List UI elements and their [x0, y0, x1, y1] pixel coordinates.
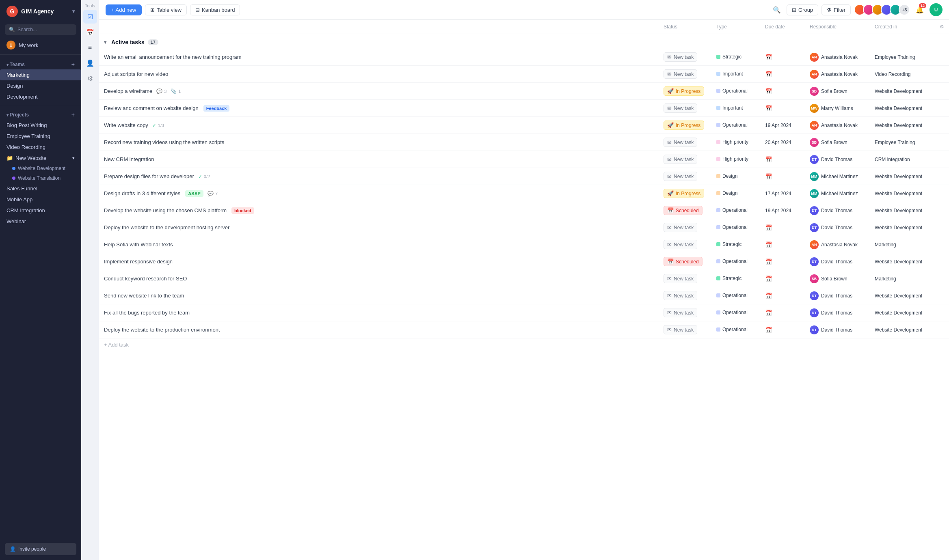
- task-type-cell[interactable]: Operational: [711, 117, 760, 134]
- checklist-icon[interactable]: ☑: [83, 10, 97, 24]
- task-type-cell[interactable]: Important: [711, 100, 760, 117]
- add-task-row[interactable]: + Add task: [99, 338, 949, 351]
- task-status-cell[interactable]: 🚀 In Progress: [659, 185, 711, 202]
- task-due-cell[interactable]: 19 Apr 2024: [760, 117, 805, 134]
- task-due-cell[interactable]: 📅: [760, 151, 805, 168]
- task-status-cell[interactable]: ✉ New task: [659, 270, 711, 287]
- task-due-cell[interactable]: 📅: [760, 49, 805, 66]
- notification-button[interactable]: 🔔 12: [913, 3, 926, 16]
- task-status-cell[interactable]: ✉ New task: [659, 168, 711, 185]
- task-status-cell[interactable]: 🚀 In Progress: [659, 117, 711, 134]
- status-badge[interactable]: ✉ New task: [664, 138, 697, 147]
- invite-people-button[interactable]: 👤 Invite people: [5, 543, 76, 555]
- task-status-cell[interactable]: ✉ New task: [659, 134, 711, 151]
- task-due-cell[interactable]: 17 Apr 2024: [760, 185, 805, 202]
- settings-icon[interactable]: ⚙: [83, 71, 97, 85]
- add-new-button[interactable]: + Add new: [106, 4, 142, 15]
- task-type-cell[interactable]: Design: [711, 185, 760, 202]
- projects-section-header[interactable]: ▾ Projects +: [0, 108, 81, 120]
- task-type-cell[interactable]: Strategic: [711, 236, 760, 253]
- group-button[interactable]: ⊞ Group: [787, 4, 818, 15]
- task-due-cell[interactable]: 📅: [760, 270, 805, 287]
- task-type-cell[interactable]: Operational: [711, 219, 760, 236]
- task-due-cell[interactable]: 20 Apr 2024: [760, 134, 805, 151]
- sidebar-item-webinar[interactable]: Webinar: [0, 216, 81, 227]
- table-row[interactable]: Review and comment on website design Fee…: [99, 100, 949, 117]
- col-header-settings[interactable]: ⚙: [935, 20, 949, 34]
- task-status-cell[interactable]: ✉ New task: [659, 287, 711, 304]
- task-type-cell[interactable]: Strategic: [711, 270, 760, 287]
- task-status-cell[interactable]: ✉ New task: [659, 100, 711, 117]
- table-row[interactable]: Help Sofia with Webinar texts ✉ New task…: [99, 236, 949, 253]
- task-due-cell[interactable]: 📅: [760, 253, 805, 270]
- status-badge[interactable]: 🚀 In Progress: [664, 121, 704, 130]
- task-due-cell[interactable]: 📅: [760, 100, 805, 117]
- table-row[interactable]: Write website copy ✓1/3 🚀 In Progress Op…: [99, 117, 949, 134]
- status-badge[interactable]: ✉ New task: [664, 325, 697, 334]
- status-badge[interactable]: ✉ New task: [664, 240, 697, 249]
- table-row[interactable]: Deploy the website to the production env…: [99, 321, 949, 338]
- table-row[interactable]: Adjust scripts for new video ✉ New task …: [99, 66, 949, 83]
- status-badge[interactable]: ✉ New task: [664, 172, 697, 181]
- status-badge[interactable]: ✉ New task: [664, 103, 697, 113]
- task-type-cell[interactable]: Design: [711, 168, 760, 185]
- calendar-icon[interactable]: 📅: [83, 25, 97, 39]
- task-due-cell[interactable]: 📅: [760, 236, 805, 253]
- table-row[interactable]: Conduct keyword research for SEO ✉ New t…: [99, 270, 949, 287]
- add-task-button[interactable]: + Add task: [99, 338, 949, 351]
- sidebar-item-sales-funnel[interactable]: Sales Funnel: [0, 183, 81, 194]
- brand-logo-area[interactable]: G GIM Agency ▾: [0, 0, 81, 23]
- sidebar-item-crm-integration[interactable]: CRM Integration: [0, 205, 81, 216]
- task-type-cell[interactable]: Operational: [711, 321, 760, 338]
- status-badge[interactable]: ✉ New task: [664, 52, 697, 62]
- task-due-cell[interactable]: 📅: [760, 304, 805, 321]
- status-badge[interactable]: ✉ New task: [664, 69, 697, 79]
- task-due-cell[interactable]: 📅: [760, 287, 805, 304]
- status-badge[interactable]: ✉ New task: [664, 308, 697, 317]
- kanban-view-button[interactable]: ⊟ Kanban board: [190, 4, 240, 15]
- search-button[interactable]: 🔍: [770, 3, 783, 16]
- task-due-cell[interactable]: 📅: [760, 168, 805, 185]
- task-type-cell[interactable]: Strategic: [711, 49, 760, 66]
- task-due-cell[interactable]: 📅: [760, 321, 805, 338]
- table-row[interactable]: Design drafts in 3 different styles ASAP…: [99, 185, 949, 202]
- user-profile-button[interactable]: U: [930, 3, 943, 16]
- task-status-cell[interactable]: 🚀 In Progress: [659, 83, 711, 100]
- table-row[interactable]: Send new website link to the team ✉ New …: [99, 287, 949, 304]
- table-row[interactable]: Write an email announcement for the new …: [99, 49, 949, 66]
- task-status-cell[interactable]: 📅 Scheduled: [659, 202, 711, 219]
- task-status-cell[interactable]: ✉ New task: [659, 151, 711, 168]
- status-badge[interactable]: 🚀 In Progress: [664, 189, 704, 198]
- task-status-cell[interactable]: ✉ New task: [659, 49, 711, 66]
- table-row[interactable]: Record new training videos using the wri…: [99, 134, 949, 151]
- task-status-cell[interactable]: ✉ New task: [659, 236, 711, 253]
- task-type-cell[interactable]: Important: [711, 66, 760, 83]
- sidebar-item-development[interactable]: Development: [0, 91, 81, 102]
- table-row[interactable]: Develop the website using the chosen CMS…: [99, 202, 949, 219]
- person-icon[interactable]: 👤: [83, 56, 97, 70]
- table-row[interactable]: Deploy the website to the development ho…: [99, 219, 949, 236]
- list-icon[interactable]: ≡: [83, 41, 97, 54]
- task-due-cell[interactable]: 📅: [760, 219, 805, 236]
- task-type-cell[interactable]: Operational: [711, 202, 760, 219]
- status-badge[interactable]: 📅 Scheduled: [664, 257, 703, 266]
- task-status-cell[interactable]: ✉ New task: [659, 66, 711, 83]
- task-status-cell[interactable]: ✉ New task: [659, 321, 711, 338]
- task-due-cell[interactable]: 📅: [760, 83, 805, 100]
- task-type-cell[interactable]: Operational: [711, 304, 760, 321]
- task-type-cell[interactable]: Operational: [711, 253, 760, 270]
- task-type-cell[interactable]: Operational: [711, 83, 760, 100]
- table-row[interactable]: Prepare design files for web developer ✓…: [99, 168, 949, 185]
- status-badge[interactable]: 📅 Scheduled: [664, 206, 703, 215]
- sidebar-item-website-translation[interactable]: Website Translation: [0, 173, 81, 183]
- status-badge[interactable]: ✉ New task: [664, 274, 697, 283]
- sidebar-item-new-website[interactable]: 📁 New Website ▾: [0, 153, 81, 164]
- teams-section-header[interactable]: ▾ Teams +: [0, 57, 81, 69]
- table-row[interactable]: Develop a wireframe 💬3📎1 🚀 In Progress O…: [99, 83, 949, 100]
- sidebar-item-mobile-app[interactable]: Mobile App: [0, 194, 81, 205]
- table-row[interactable]: Fix all the bugs reported by the team ✉ …: [99, 304, 949, 321]
- task-type-cell[interactable]: High priority: [711, 134, 760, 151]
- task-due-cell[interactable]: 19 Apr 2024: [760, 202, 805, 219]
- search-input[interactable]: 🔍 Search...: [5, 24, 76, 35]
- task-status-cell[interactable]: ✉ New task: [659, 219, 711, 236]
